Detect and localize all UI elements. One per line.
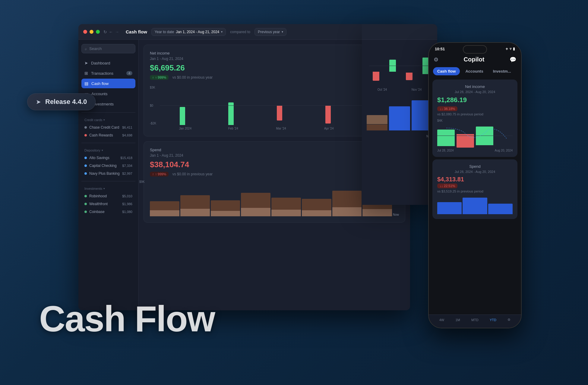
phone-app-title: Copilot [440, 56, 508, 63]
phone-net-income-badge: ↓ ↓ 38.18% [437, 106, 457, 111]
spend-bar-2 [180, 180, 210, 216]
tab-cashflow-label: Cash flow [437, 69, 456, 74]
previous-year-filter[interactable]: Previous year ▾ [254, 28, 286, 36]
account-name: Alto Savings [89, 156, 109, 160]
refresh-icon[interactable]: ↻ [103, 30, 107, 34]
search-input[interactable]: Search [89, 46, 102, 51]
badge-value: ↑ 999% [155, 76, 166, 79]
account-alto-savings: Alto Savings $15,418 [81, 154, 135, 162]
phone-nav-4w[interactable]: 4W [439, 318, 444, 322]
phone-nav-ytd[interactable]: YTD [490, 318, 496, 322]
account-chase: Chase Credit Card $6,411 [81, 124, 135, 131]
bar-pos [180, 107, 185, 125]
phone-status-icons: + ▿ ▮ [506, 46, 515, 51]
spend-title: Spend [150, 148, 213, 152]
credit-cards-chevron: ▾ [103, 118, 105, 121]
y-label-3k: $3K [150, 86, 156, 89]
bar-segment-dark [271, 198, 301, 210]
bar-neg [373, 72, 379, 81]
spend-bar-phone-3 [488, 204, 513, 214]
phone-tab-accounts[interactable]: Accounts [461, 67, 487, 75]
account-robinhood: Robinhood $5,010 [81, 192, 135, 200]
bar-segment-light [150, 210, 179, 216]
phone-spend-title: Spend [437, 164, 513, 169]
arrow-up-icon-2: ↑ [152, 172, 154, 176]
investments-label: Investments [93, 102, 114, 106]
phone-nav-1m[interactable]: 1M [455, 318, 460, 322]
account-dot [84, 134, 87, 136]
account-name: Navy Plus Banking [89, 171, 120, 176]
spend-badge: ↑ ↑ 999% [150, 172, 169, 177]
x-label-jan: Jan 2024 [163, 127, 207, 130]
account-dot [84, 195, 87, 197]
phone-mockup: 10:51 + ▿ ▮ ⚙ Copilot 💬 Cash flow Accoun… [428, 42, 522, 328]
account-navy-plus: Navy Plus Banking $2,997 [81, 170, 135, 177]
title-bar-nav: ↻ ← → [103, 30, 119, 34]
spend-bar-6 [302, 180, 331, 216]
account-name: Chase Credit Card [89, 125, 119, 130]
search-icon: ⌕ [85, 47, 87, 51]
phone-badge-value: ↓ 38.18% [441, 107, 455, 111]
ext-topbar [362, 24, 437, 40]
arrow-up-icon: ↑ [152, 76, 154, 79]
cashflow-label: Cash flow [91, 81, 109, 86]
bar-segment-dark [302, 199, 331, 210]
spend-bar-phone-1 [437, 202, 462, 214]
phone-net-income-date: Jul 28, 2024 - Aug 20, 2024 [437, 90, 513, 94]
phone-spend-date: Jul 28, 2024 - Aug 20, 2024 [437, 170, 513, 174]
bar-neg [325, 105, 331, 124]
phone-tab-cashflow[interactable]: Cash flow [433, 67, 460, 75]
release-icon: ➤ [36, 98, 41, 105]
account-name: Wealthfront [89, 202, 108, 206]
phone-time: 10:51 [435, 47, 445, 51]
bar-segment-light [180, 209, 210, 216]
chevron-down-icon-2: ▾ [282, 30, 283, 33]
bar-segment-light [362, 209, 392, 216]
phone-nav-settings[interactable]: ⚙ [507, 318, 511, 322]
minimize-button[interactable] [90, 30, 93, 34]
bar-segment-2 [367, 124, 387, 130]
account-cash-rewards: Cash Rewards $4,698 [81, 131, 135, 139]
phone-spend-badge: ↓ ↓ 22.51% [437, 183, 457, 188]
ext-label-oct: Oct '24 [378, 88, 387, 91]
search-bar[interactable]: ⌕ Search [81, 44, 135, 53]
spend-bar-phone-2 [463, 198, 487, 214]
account-dot [84, 157, 87, 159]
nav-ytd-label: YTD [490, 318, 496, 322]
x-label-mar: Mar '24 [259, 127, 303, 130]
sidebar-item-transactions[interactable]: ⊞ Transactions 4 [81, 68, 135, 78]
bar-segment-light [271, 210, 301, 216]
close-button[interactable] [83, 30, 87, 34]
phone-nav-mtd[interactable]: MTD [471, 318, 479, 322]
ext-spend-bar-2 [389, 100, 410, 130]
sidebar-item-dashboard[interactable]: ➤ Dashboard [81, 58, 135, 68]
date-filter-label: Year to date [155, 30, 174, 34]
settings-icon[interactable]: ⚙ [434, 56, 438, 63]
account-dot [84, 172, 87, 175]
phone-net-income-title: Net income [437, 84, 513, 89]
date-filter[interactable]: Year to date Jan 1, 2024 - Aug 21, 2024 … [151, 28, 226, 36]
ext-chart-area: Oct '24 Nov '24 Now [362, 40, 437, 143]
account-amount: $4,698 [122, 133, 132, 137]
account-amount: $5,010 [122, 194, 132, 198]
ext-spend-bar-1 [367, 100, 387, 130]
investments-section-label: Investments [84, 187, 102, 190]
sidebar-item-cashflow[interactable]: ▤ Cash flow [81, 79, 135, 88]
maximize-button[interactable] [96, 30, 100, 34]
phone-tab-investments[interactable]: Investm... [489, 67, 515, 75]
app-window: ↻ ← → Cash flow Year to date Jan 1, 2024… [78, 24, 410, 310]
depository-label: Depository [84, 149, 100, 152]
phone-chart-label-end: Aug 20, 2024 [495, 149, 513, 152]
bar-segment-dark [241, 193, 270, 208]
net-income-badge: ↑ ↑ 999% [150, 75, 169, 80]
bar-segment-dark [332, 191, 362, 207]
y-label-neg2k: -$2K [150, 122, 156, 125]
account-name: Robinhood [89, 194, 107, 198]
phone-y-4k: $4K [437, 119, 443, 122]
forward-icon[interactable]: → [115, 30, 119, 34]
account-capital-checking: Capital Checking $7,334 [81, 162, 135, 170]
bar-segment-light [211, 211, 240, 216]
chat-icon[interactable]: 💬 [510, 56, 516, 63]
spend-date: Jan 1 - Aug 21, 2024 [150, 153, 213, 158]
back-icon[interactable]: ← [109, 30, 113, 34]
